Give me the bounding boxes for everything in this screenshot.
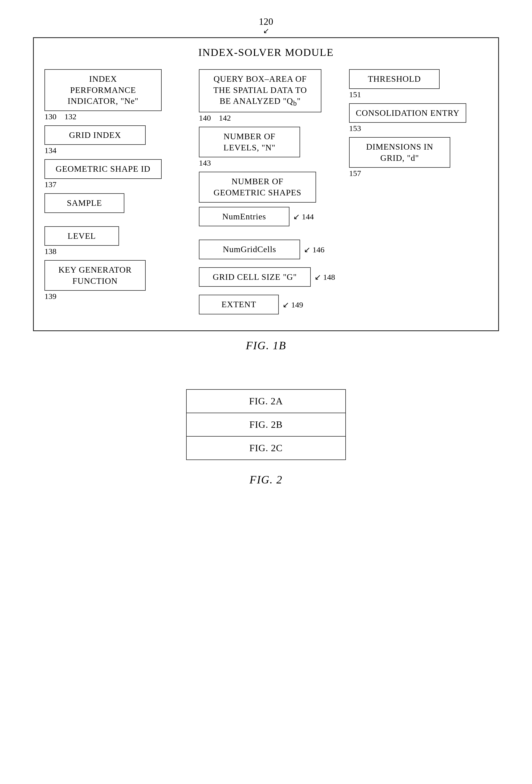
right-item-threshold: THRESHOLD 151	[349, 69, 487, 99]
fig2-row-2a: FIG. 2A	[187, 390, 345, 413]
mid-item-numentries: NumEntries ↙ 144	[199, 207, 349, 227]
box-numentries: NumEntries	[199, 207, 289, 227]
page: 120 ↙ INDEX-SOLVER MODULE INDEXPERFORMAN…	[0, 0, 532, 784]
module-title: INDEX-SOLVER MODULE	[45, 46, 487, 59]
arrow-down-120: ↙	[263, 27, 269, 35]
box-index-performance: INDEXPERFORMANCEINDICATOR, "Ne"	[45, 69, 162, 111]
right-item-consolidation-entry: CONSOLIDATION ENTRY 153	[349, 103, 487, 133]
ref-134: 134	[45, 146, 183, 155]
left-item-index-performance: INDEXPERFORMANCEINDICATOR, "Ne" 130 132	[45, 69, 183, 121]
fig1b-caption: FIG. 1B	[33, 339, 499, 352]
right-item-dimensions-grid: DIMENSIONS INGRID, "d" 157	[349, 137, 487, 178]
box-numgridcells: NumGridCells	[199, 240, 300, 259]
box-consolidation-entry: CONSOLIDATION ENTRY	[349, 103, 466, 123]
box-key-generator: KEY GENERATORFUNCTION	[45, 260, 146, 291]
left-item-grid-index: GRID INDEX 134	[45, 125, 183, 155]
fig2-row-2c: FIG. 2C	[187, 437, 345, 459]
box-grid-cell-size: GRID CELL SIZE "G"	[199, 267, 311, 287]
box-extent: EXTENT	[199, 295, 279, 314]
index-solver-module-box: INDEX-SOLVER MODULE INDEXPERFORMANCEINDI…	[33, 37, 499, 331]
fig1b-section: INDEX-SOLVER MODULE INDEXPERFORMANCEINDI…	[33, 37, 499, 352]
columns-layout: INDEXPERFORMANCEINDICATOR, "Ne" 130 132 …	[45, 69, 487, 320]
mid-item-grid-cell-size: GRID CELL SIZE "G" ↙ 148	[199, 267, 349, 287]
ref-153: 153	[349, 124, 487, 133]
left-item-geometric-shape-id: GEOMETRIC SHAPE ID 137	[45, 159, 183, 189]
box-sample: SAMPLE	[45, 193, 124, 213]
ref-140-142: 140 142	[199, 113, 349, 122]
ref-138: 138	[45, 247, 183, 256]
box-geometric-shape-id: GEOMETRIC SHAPE ID	[45, 159, 162, 179]
col-right: THRESHOLD 151 CONSOLIDATION ENTRY 153	[349, 69, 487, 320]
ref-137: 137	[45, 180, 183, 189]
box-grid-index: GRID INDEX	[45, 125, 146, 145]
ref-130: 130	[45, 112, 56, 121]
left-item-level: LEVEL 138	[45, 226, 183, 256]
ref-157: 157	[349, 169, 487, 178]
fig2-table: FIG. 2A FIG. 2B FIG. 2C	[186, 389, 346, 460]
box-query-box: QUERY BOX–AREA OFTHE SPATIAL DATA TOBE A…	[199, 69, 321, 112]
box-num-geom-shapes: NUMBER OFGEOMETRIC SHAPES	[199, 172, 316, 202]
mid-item-num-geom-shapes: NUMBER OFGEOMETRIC SHAPES	[199, 172, 349, 202]
ref-139: 139	[45, 292, 183, 301]
fig2-caption: FIG. 2	[250, 473, 282, 486]
ref-132: 132	[64, 112, 77, 121]
col-middle: QUERY BOX–AREA OFTHE SPATIAL DATA TOBE A…	[183, 69, 349, 320]
fig1b-top-ref: 120 ↙	[259, 16, 273, 35]
ref-140: 140	[199, 113, 211, 122]
ref-146: ↙ 146	[304, 245, 325, 254]
left-item-sample: SAMPLE	[45, 193, 183, 213]
fig2-section: FIG. 2A FIG. 2B FIG. 2C FIG. 2	[33, 389, 499, 486]
ref-120: 120	[259, 16, 273, 27]
box-threshold: THRESHOLD	[349, 69, 440, 89]
mid-item-numgridcells: NumGridCells ↙ 146	[199, 240, 349, 259]
ref-142: 142	[219, 113, 231, 122]
box-dimensions-grid: DIMENSIONS INGRID, "d"	[349, 137, 450, 168]
mid-item-number-levels: NUMBER OFLEVELS, "N" 143	[199, 127, 349, 167]
ref-144: ↙ 144	[293, 212, 314, 221]
ref-143: 143	[199, 159, 349, 167]
ref-149: ↙ 149	[282, 300, 303, 309]
box-number-levels: NUMBER OFLEVELS, "N"	[199, 127, 300, 157]
fig2-row-2b: FIG. 2B	[187, 413, 345, 437]
mid-item-query-box: QUERY BOX–AREA OFTHE SPATIAL DATA TOBE A…	[199, 69, 349, 122]
left-item-key-generator: KEY GENERATORFUNCTION 139	[45, 260, 183, 301]
ref-151: 151	[349, 90, 487, 99]
mid-item-extent: EXTENT ↙ 149	[199, 295, 349, 314]
col-left: INDEXPERFORMANCEINDICATOR, "Ne" 130 132 …	[45, 69, 183, 320]
ref-148: ↙ 148	[314, 272, 335, 282]
ref-130-132: 130 132	[45, 112, 183, 121]
box-level: LEVEL	[45, 226, 119, 246]
